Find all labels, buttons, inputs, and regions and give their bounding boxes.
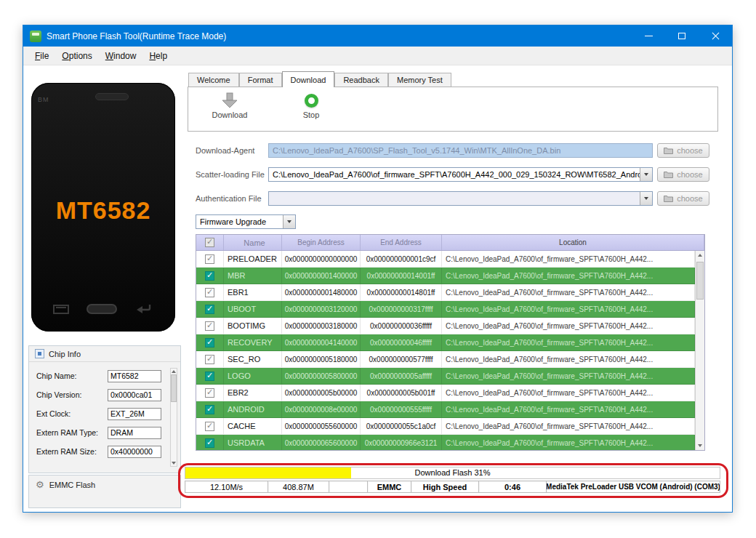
chip-info-scrollbar[interactable] [170,368,177,467]
window-controls [632,25,732,47]
tab-readback[interactable]: Readback [334,73,388,87]
download-agent-row: Download-Agent C:\Lenovo_IdeaPad_A7600\S… [23,143,732,158]
partition-table-body: PRELOADER0x00000000000000000x00000000000… [196,251,695,451]
table-row-mbr[interactable]: MBR0x00000000014000000x00000000014001ffC… [196,268,695,284]
cell-name: LOGO [224,368,282,384]
cell-end-address: 0x0000000005afffff [361,368,442,384]
tab-memory-test[interactable]: Memory Test [388,73,451,87]
choose-button-label: choose [677,146,702,155]
table-row-sec_ro[interactable]: SEC_RO0x00000000051800000x000000000577ff… [196,351,695,368]
menu-item-options[interactable]: Options [55,49,98,63]
table-row-bootimg[interactable]: BOOTIMG0x00000000031800000x00000000036ff… [196,318,695,334]
row-checkbox[interactable] [205,338,214,348]
tab-strip: WelcomeFormatDownloadReadbackMemory Test [188,71,451,87]
auth-file-combo[interactable] [268,191,653,206]
row-checkbox[interactable] [205,438,214,448]
row-checkbox[interactable] [205,254,214,264]
table-row-uboot[interactable]: UBOOT0x00000000031200000x000000000317fff… [196,301,695,318]
cell-name: EBR2 [224,385,282,401]
menu-item-file[interactable]: File [28,49,55,63]
cell-end-address: 0x000000000577ffff [361,351,442,367]
phone-back-icon [134,303,153,315]
folder-icon [664,171,673,178]
chip-field-label: Chip Name: [36,372,76,380]
scrollbar-thumb[interactable] [696,262,704,300]
phone-watermark: BM [38,96,49,103]
row-checkbox[interactable] [205,372,214,381]
tab-format[interactable]: Format [239,73,282,87]
cell-location: C:\Lenovo_IdeaPad_A7600\of_firmware_SPFT… [442,435,695,451]
row-checkbox[interactable] [205,388,214,398]
download-arrow-icon [220,92,239,109]
dropdown-arrow-icon[interactable] [640,192,652,205]
row-checkbox[interactable] [205,355,214,364]
maximize-button[interactable] [665,25,699,47]
table-row-recovery[interactable]: RECOVERY0x00000000041400000x00000000046f… [196,334,695,351]
status-data-size: 408.87M [268,481,329,493]
dropdown-arrow-icon[interactable] [283,215,295,228]
app-window: Smart Phone Flash Tool(Runtime Trace Mod… [23,25,733,513]
title-bar[interactable]: Smart Phone Flash Tool(Runtime Trace Mod… [23,25,732,47]
stop-button[interactable]: Stop [284,90,339,119]
dropdown-arrow-icon[interactable] [640,168,652,181]
cell-location: C:\Lenovo_IdeaPad_A7600\of_firmware_SPFT… [442,318,695,334]
download-agent-choose-button[interactable]: choose [657,143,709,158]
auth-file-choose-button[interactable]: choose [657,191,709,206]
table-row-logo[interactable]: LOGO0x00000000058000000x0000000005afffff… [196,368,695,385]
scatter-file-combo[interactable]: C:\Lenovo_IdeaPad_A7600\of_firmware_SPFT… [268,167,653,182]
table-row-ebr2[interactable]: EBR20x0000000005b000000x0000000005b001ff… [196,385,695,401]
download-mode-select[interactable]: Firmware Upgrade [196,214,296,229]
cell-begin-address: 0x0000000001480000 [282,284,361,300]
app-icon [30,31,41,42]
select-all-checkbox[interactable] [205,238,214,247]
scroll-down-icon[interactable] [698,444,702,447]
menu-item-help[interactable]: Help [142,49,174,63]
scroll-up-icon[interactable] [698,254,702,257]
scroll-up-icon[interactable] [172,370,176,373]
status-spacer [329,481,368,493]
scroll-down-icon[interactable] [172,462,176,465]
row-checkbox[interactable] [205,422,214,431]
stop-button-label: Stop [284,111,339,119]
tab-download[interactable]: Download [282,71,335,87]
phone-speaker [95,93,129,100]
cell-checkbox [196,334,224,350]
table-row-preloader[interactable]: PRELOADER0x00000000000000000x00000000000… [196,251,695,268]
header-name: Name [224,235,282,250]
window-title: Smart Phone Flash Tool(Runtime Trace Mod… [47,31,226,41]
row-checkbox[interactable] [205,288,214,297]
chip-info-row: Chip Name:MT6582 [36,366,161,385]
status-port: MediaTek PreLoader USB VCOM (Android) (C… [547,481,720,493]
menu-item-window[interactable]: Window [99,49,143,63]
row-checkbox[interactable] [205,321,214,331]
download-button[interactable]: Download [202,90,257,119]
content-area: BM MT6582 Chip Info Chip N [23,65,732,512]
scatter-file-choose-button[interactable]: choose [657,167,709,182]
phone-nav-row [31,303,175,315]
cell-name: EBR1 [224,284,282,300]
cell-begin-address: 0x0000000005180000 [282,351,361,367]
minimize-button[interactable] [632,25,665,47]
tab-welcome[interactable]: Welcome [188,73,239,87]
download-agent-field[interactable]: C:\Lenovo_IdeaPad_A7600\SP_Flash_Tool_v5… [268,143,653,158]
row-checkbox[interactable] [205,405,214,414]
download-button-label: Download [202,111,257,119]
download-mode-row: Firmware Upgrade [23,214,732,229]
cell-begin-address: 0x0000000065600000 [282,435,361,451]
table-row-usrdata[interactable]: USRDATA0x00000000656000000x00000000966e3… [196,435,695,451]
row-checkbox[interactable] [205,271,214,281]
cell-end-address: 0x00000000555fffff [361,401,442,417]
close-button[interactable] [699,25,732,47]
status-elapsed-time: 0:46 [479,481,547,493]
table-row-android[interactable]: ANDROID0x0000000008e000000x00000000555ff… [196,401,695,418]
cell-name: RECOVERY [224,334,282,350]
cell-end-address: 0x00000000014001ff [361,268,442,284]
scrollbar-thumb[interactable] [171,374,177,402]
table-scrollbar[interactable] [695,251,704,450]
table-row-cache[interactable]: CACHE0x00000000556000000x0000000055c1a0c… [196,418,695,435]
row-checkbox[interactable] [205,305,214,314]
folder-icon [664,195,673,202]
phone-menu-icon [53,305,69,314]
cell-location: C:\Lenovo_IdeaPad_A7600\of_firmware_SPFT… [442,385,695,401]
table-row-ebr1[interactable]: EBR10x00000000014800000x00000000014801ff… [196,284,695,301]
